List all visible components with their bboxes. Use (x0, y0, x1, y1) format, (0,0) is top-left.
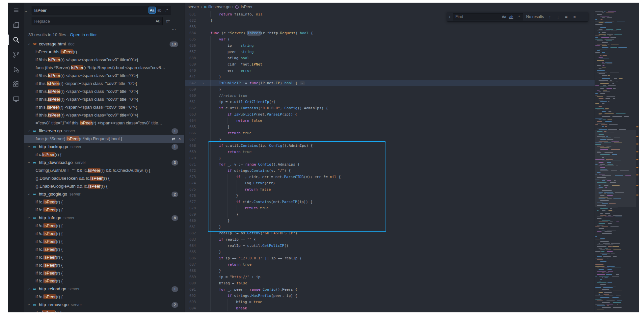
indent-guide (228, 205, 236, 211)
activity-search-icon[interactable] (8, 32, 24, 47)
find-regex-toggle[interactable]: .* (515, 13, 522, 20)
match-result[interactable]: ().DownloadUseToken && !c.IsPeer(r) { (24, 174, 184, 182)
match-result[interactable]: if !this.IsPeer(r) </span><span class="c… (24, 88, 184, 95)
preserve-case-toggle[interactable]: AB (155, 18, 161, 24)
breadcrumb-symbol[interactable]: IsPeer (235, 5, 253, 9)
find-in-selection-button[interactable]: ≡ (563, 14, 569, 19)
search-match-tick (636, 151, 638, 152)
match-case-toggle[interactable]: Aa (149, 7, 155, 13)
match-result[interactable]: if c.IsPeer(r) { (24, 309, 184, 312)
activity-extensions-icon[interactable] (8, 77, 24, 92)
match-result[interactable]: if !c.IsPeer(r) { (24, 222, 184, 230)
match-highlight: IsPeer (43, 231, 56, 236)
match-result[interactable]: if !this.IsPeer(r) </span><span class="c… (24, 72, 184, 80)
code-line-683: 683if realIp == "" { (185, 236, 595, 243)
minimap-line (595, 279, 636, 280)
match-highlight: IsPeer (80, 120, 92, 125)
match-result[interactable]: if !c.IsPeer(r) { (24, 277, 184, 285)
match-result[interactable]: if !c.IsPeer(r) { (24, 238, 184, 246)
activity-explorer-icon[interactable] (8, 17, 24, 32)
file-result[interactable]: ›∞http_remove.goserver2 (24, 301, 184, 309)
indent-guide (210, 67, 219, 74)
match-result[interactable]: if !c.IsPeer(r) { (24, 246, 184, 253)
file-result[interactable]: ›∞http_google.goserver2 (24, 190, 184, 198)
dismiss-match-button[interactable]: × (178, 135, 181, 143)
file-result[interactable]: ›∞http_download.goserver3 (24, 159, 184, 167)
activity-menu-icon[interactable] (8, 3, 24, 17)
minimap-line (595, 100, 636, 100)
find-next-button[interactable]: ↓ (555, 14, 561, 19)
line-number: 663 (185, 111, 196, 118)
match-result[interactable]: if !c.IsPeer(r) { (24, 206, 184, 214)
breadcrumb-file[interactable]: ∞fileserver.go (204, 5, 230, 9)
find-match-case-toggle[interactable]: Aa (501, 13, 507, 20)
find-input[interactable] (453, 14, 501, 19)
minimap-line (595, 268, 636, 268)
match-result[interactable]: if this.IsPeer(r) </span><span class="co… (24, 80, 184, 88)
code-line-634: 634func (c *Server) IsPeer(r *http.Reque… (185, 30, 595, 36)
match-result[interactable]: if !this.IsPeer(r) </span><span class="c… (24, 56, 184, 64)
match-result[interactable]: if !c.IsPeer(r) { (24, 269, 184, 277)
match-text-pre: func (this *Server) (36, 65, 71, 70)
find-whole-word-toggle[interactable]: ab (508, 13, 515, 20)
file-result[interactable]: ›∞fileserver.goserver1 (24, 127, 184, 135)
match-result[interactable]: func (this *Server) IsPeer(r *http.Reque… (24, 64, 184, 72)
chevron-down-icon: › (25, 286, 33, 292)
replace-input[interactable] (32, 19, 155, 24)
activity-source-control-icon[interactable] (8, 47, 24, 62)
match-result[interactable]: Config().AuthUrl != "" && !c.IsPeer(r) &… (24, 167, 184, 174)
toggle-search-details-button[interactable]: ⋯ (171, 26, 177, 32)
match-text-pre: ="cov8" title="1">if this. (36, 120, 80, 125)
code-line-633: 633 (185, 24, 595, 30)
match-result[interactable]: if this.IsPeer(r) </span><span class="co… (24, 103, 184, 111)
file-result[interactable]: ›∞http_info.goserver8 (24, 214, 184, 222)
match-text-post: (r) </span><span class="cov0" title="0">… (60, 57, 138, 62)
minimap-line (595, 212, 636, 212)
match-count-badge: 3 (172, 160, 178, 166)
minimap-line (595, 249, 636, 250)
search-match-tick (636, 144, 638, 144)
find-previous-button[interactable]: ↑ (547, 14, 553, 19)
folded-code-ellipsis[interactable]: ⋯ (300, 81, 305, 85)
match-result[interactable]: func (c *Server) IsPeer(r *http.Request)… (24, 135, 184, 143)
replace-match-button[interactable]: ⇄ (172, 135, 175, 143)
fold-chevron-icon[interactable]: › (196, 80, 210, 86)
line-number: 631 (185, 11, 196, 17)
toggle-replace-button[interactable]: › (25, 9, 31, 18)
indent-guide (219, 193, 228, 199)
match-result[interactable]: if c.IsPeer(r) { (24, 151, 184, 159)
activity-run-debug-icon[interactable] (8, 62, 24, 77)
match-result[interactable]: ().EnableGoogleAuth && !c.IsPeer(r) { (24, 182, 184, 190)
minimap-viewport[interactable] (595, 130, 636, 207)
match-result[interactable]: if !c.IsPeer(r) { (24, 261, 184, 269)
replace-all-button[interactable]: ⇄ (165, 18, 171, 24)
indent-guide (219, 130, 228, 136)
match-highlight: IsPeer (90, 176, 103, 181)
minimap-line (595, 286, 636, 286)
minimap[interactable] (595, 3, 636, 312)
match-result[interactable]: if !c.IsPeer(r) { (24, 198, 184, 206)
indent-guide (219, 49, 228, 55)
find-toggle-replace-chevron[interactable]: › (449, 14, 450, 19)
code-area[interactable]: 631return fileInfo, nil632}633634func (c… (185, 11, 595, 312)
whole-word-toggle[interactable]: ab (156, 7, 163, 13)
file-result[interactable]: ›∞http_reload.goserver1 (24, 285, 184, 293)
regex-toggle[interactable]: .* (163, 7, 170, 13)
breadcrumb-folder[interactable]: server (188, 5, 199, 9)
match-result[interactable]: isPeer = this.IsPeer(r) (24, 48, 184, 56)
match-result[interactable]: ="cov8" title="1">if this.IsPeer(r) </sp… (24, 119, 184, 127)
match-result[interactable]: if !c.IsPeer(r) { (24, 293, 184, 301)
search-input[interactable] (32, 8, 149, 13)
file-name: http_remove.go (39, 301, 68, 309)
file-result[interactable]: ›<>coverage.htmldoc10 (24, 40, 184, 48)
match-result[interactable]: if !this.IsPeer(r) </span><span class="c… (24, 111, 184, 119)
activity-remote-icon[interactable] (8, 92, 24, 106)
find-close-button[interactable]: × (572, 14, 577, 19)
match-result[interactable]: if !this.IsPeer(r) </span><span class="c… (24, 95, 184, 103)
match-result[interactable]: if !c.IsPeer(r) { (24, 230, 184, 238)
line-number: 677 (185, 199, 196, 205)
indent-guide (228, 211, 236, 218)
file-result[interactable]: ›∞http_backup.goserver1 (24, 143, 184, 151)
open-in-editor-link[interactable]: Open in editor (70, 32, 97, 37)
match-result[interactable]: if !c.IsPeer(r) { (24, 253, 184, 261)
